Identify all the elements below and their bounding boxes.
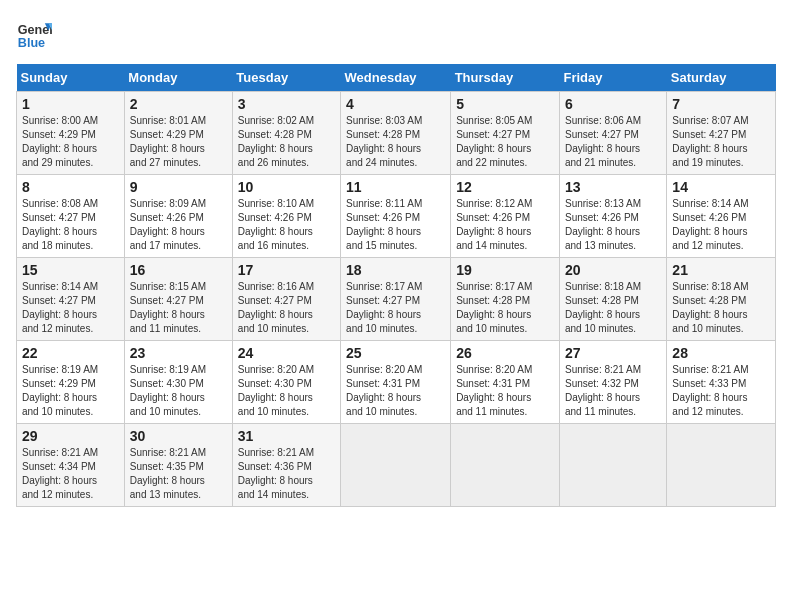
- header-day-friday: Friday: [559, 64, 666, 92]
- day-number: 24: [238, 345, 335, 361]
- calendar-cell: 17Sunrise: 8:16 AM Sunset: 4:27 PM Dayli…: [232, 258, 340, 341]
- day-number: 28: [672, 345, 770, 361]
- day-info: Sunrise: 8:17 AM Sunset: 4:28 PM Dayligh…: [456, 280, 554, 336]
- calendar-cell: 12Sunrise: 8:12 AM Sunset: 4:26 PM Dayli…: [451, 175, 560, 258]
- header-day-thursday: Thursday: [451, 64, 560, 92]
- calendar-cell: 15Sunrise: 8:14 AM Sunset: 4:27 PM Dayli…: [17, 258, 125, 341]
- day-number: 26: [456, 345, 554, 361]
- day-info: Sunrise: 8:16 AM Sunset: 4:27 PM Dayligh…: [238, 280, 335, 336]
- day-number: 7: [672, 96, 770, 112]
- day-number: 25: [346, 345, 445, 361]
- calendar-cell: 6Sunrise: 8:06 AM Sunset: 4:27 PM Daylig…: [559, 92, 666, 175]
- calendar-cell: 5Sunrise: 8:05 AM Sunset: 4:27 PM Daylig…: [451, 92, 560, 175]
- calendar-cell: 23Sunrise: 8:19 AM Sunset: 4:30 PM Dayli…: [124, 341, 232, 424]
- day-number: 2: [130, 96, 227, 112]
- day-info: Sunrise: 8:14 AM Sunset: 4:27 PM Dayligh…: [22, 280, 119, 336]
- week-row-2: 8Sunrise: 8:08 AM Sunset: 4:27 PM Daylig…: [17, 175, 776, 258]
- day-info: Sunrise: 8:19 AM Sunset: 4:30 PM Dayligh…: [130, 363, 227, 419]
- calendar-cell: 8Sunrise: 8:08 AM Sunset: 4:27 PM Daylig…: [17, 175, 125, 258]
- day-number: 11: [346, 179, 445, 195]
- day-number: 1: [22, 96, 119, 112]
- day-number: 22: [22, 345, 119, 361]
- day-number: 16: [130, 262, 227, 278]
- day-info: Sunrise: 8:19 AM Sunset: 4:29 PM Dayligh…: [22, 363, 119, 419]
- day-number: 19: [456, 262, 554, 278]
- day-info: Sunrise: 8:02 AM Sunset: 4:28 PM Dayligh…: [238, 114, 335, 170]
- day-number: 29: [22, 428, 119, 444]
- svg-text:Blue: Blue: [18, 36, 45, 50]
- calendar-cell: 30Sunrise: 8:21 AM Sunset: 4:35 PM Dayli…: [124, 424, 232, 507]
- calendar-cell: 3Sunrise: 8:02 AM Sunset: 4:28 PM Daylig…: [232, 92, 340, 175]
- logo: General Blue: [16, 16, 56, 52]
- header-day-sunday: Sunday: [17, 64, 125, 92]
- day-number: 4: [346, 96, 445, 112]
- day-number: 15: [22, 262, 119, 278]
- day-number: 31: [238, 428, 335, 444]
- day-info: Sunrise: 8:18 AM Sunset: 4:28 PM Dayligh…: [565, 280, 661, 336]
- day-info: Sunrise: 8:00 AM Sunset: 4:29 PM Dayligh…: [22, 114, 119, 170]
- calendar-cell: 13Sunrise: 8:13 AM Sunset: 4:26 PM Dayli…: [559, 175, 666, 258]
- day-number: 30: [130, 428, 227, 444]
- day-info: Sunrise: 8:20 AM Sunset: 4:31 PM Dayligh…: [456, 363, 554, 419]
- day-info: Sunrise: 8:01 AM Sunset: 4:29 PM Dayligh…: [130, 114, 227, 170]
- day-number: 10: [238, 179, 335, 195]
- day-number: 8: [22, 179, 119, 195]
- day-info: Sunrise: 8:10 AM Sunset: 4:26 PM Dayligh…: [238, 197, 335, 253]
- page-header: General Blue: [16, 16, 776, 52]
- calendar-cell: 29Sunrise: 8:21 AM Sunset: 4:34 PM Dayli…: [17, 424, 125, 507]
- day-info: Sunrise: 8:17 AM Sunset: 4:27 PM Dayligh…: [346, 280, 445, 336]
- day-info: Sunrise: 8:21 AM Sunset: 4:33 PM Dayligh…: [672, 363, 770, 419]
- day-info: Sunrise: 8:08 AM Sunset: 4:27 PM Dayligh…: [22, 197, 119, 253]
- week-row-3: 15Sunrise: 8:14 AM Sunset: 4:27 PM Dayli…: [17, 258, 776, 341]
- header-day-saturday: Saturday: [667, 64, 776, 92]
- day-info: Sunrise: 8:06 AM Sunset: 4:27 PM Dayligh…: [565, 114, 661, 170]
- calendar-cell: 10Sunrise: 8:10 AM Sunset: 4:26 PM Dayli…: [232, 175, 340, 258]
- calendar-cell: 25Sunrise: 8:20 AM Sunset: 4:31 PM Dayli…: [341, 341, 451, 424]
- day-number: 27: [565, 345, 661, 361]
- day-number: 20: [565, 262, 661, 278]
- calendar-cell: 19Sunrise: 8:17 AM Sunset: 4:28 PM Dayli…: [451, 258, 560, 341]
- day-number: 13: [565, 179, 661, 195]
- calendar-cell: 4Sunrise: 8:03 AM Sunset: 4:28 PM Daylig…: [341, 92, 451, 175]
- calendar-table: SundayMondayTuesdayWednesdayThursdayFrid…: [16, 64, 776, 507]
- logo-icon: General Blue: [16, 16, 52, 52]
- day-info: Sunrise: 8:21 AM Sunset: 4:34 PM Dayligh…: [22, 446, 119, 502]
- week-row-5: 29Sunrise: 8:21 AM Sunset: 4:34 PM Dayli…: [17, 424, 776, 507]
- calendar-cell: 2Sunrise: 8:01 AM Sunset: 4:29 PM Daylig…: [124, 92, 232, 175]
- calendar-cell: 27Sunrise: 8:21 AM Sunset: 4:32 PM Dayli…: [559, 341, 666, 424]
- calendar-cell: 1Sunrise: 8:00 AM Sunset: 4:29 PM Daylig…: [17, 92, 125, 175]
- day-info: Sunrise: 8:07 AM Sunset: 4:27 PM Dayligh…: [672, 114, 770, 170]
- day-info: Sunrise: 8:09 AM Sunset: 4:26 PM Dayligh…: [130, 197, 227, 253]
- calendar-cell: [667, 424, 776, 507]
- day-info: Sunrise: 8:21 AM Sunset: 4:35 PM Dayligh…: [130, 446, 227, 502]
- calendar-cell: 7Sunrise: 8:07 AM Sunset: 4:27 PM Daylig…: [667, 92, 776, 175]
- week-row-1: 1Sunrise: 8:00 AM Sunset: 4:29 PM Daylig…: [17, 92, 776, 175]
- header-day-monday: Monday: [124, 64, 232, 92]
- calendar-cell: 14Sunrise: 8:14 AM Sunset: 4:26 PM Dayli…: [667, 175, 776, 258]
- calendar-cell: 28Sunrise: 8:21 AM Sunset: 4:33 PM Dayli…: [667, 341, 776, 424]
- day-info: Sunrise: 8:20 AM Sunset: 4:31 PM Dayligh…: [346, 363, 445, 419]
- calendar-cell: [341, 424, 451, 507]
- day-info: Sunrise: 8:14 AM Sunset: 4:26 PM Dayligh…: [672, 197, 770, 253]
- calendar-cell: 16Sunrise: 8:15 AM Sunset: 4:27 PM Dayli…: [124, 258, 232, 341]
- week-row-4: 22Sunrise: 8:19 AM Sunset: 4:29 PM Dayli…: [17, 341, 776, 424]
- calendar-cell: 20Sunrise: 8:18 AM Sunset: 4:28 PM Dayli…: [559, 258, 666, 341]
- calendar-cell: 31Sunrise: 8:21 AM Sunset: 4:36 PM Dayli…: [232, 424, 340, 507]
- calendar-cell: 22Sunrise: 8:19 AM Sunset: 4:29 PM Dayli…: [17, 341, 125, 424]
- calendar-cell: 9Sunrise: 8:09 AM Sunset: 4:26 PM Daylig…: [124, 175, 232, 258]
- day-info: Sunrise: 8:13 AM Sunset: 4:26 PM Dayligh…: [565, 197, 661, 253]
- day-number: 6: [565, 96, 661, 112]
- day-number: 18: [346, 262, 445, 278]
- day-number: 9: [130, 179, 227, 195]
- calendar-cell: 11Sunrise: 8:11 AM Sunset: 4:26 PM Dayli…: [341, 175, 451, 258]
- header-day-tuesday: Tuesday: [232, 64, 340, 92]
- day-info: Sunrise: 8:21 AM Sunset: 4:32 PM Dayligh…: [565, 363, 661, 419]
- day-info: Sunrise: 8:18 AM Sunset: 4:28 PM Dayligh…: [672, 280, 770, 336]
- calendar-cell: [451, 424, 560, 507]
- calendar-cell: 21Sunrise: 8:18 AM Sunset: 4:28 PM Dayli…: [667, 258, 776, 341]
- calendar-cell: 26Sunrise: 8:20 AM Sunset: 4:31 PM Dayli…: [451, 341, 560, 424]
- calendar-cell: 18Sunrise: 8:17 AM Sunset: 4:27 PM Dayli…: [341, 258, 451, 341]
- day-info: Sunrise: 8:20 AM Sunset: 4:30 PM Dayligh…: [238, 363, 335, 419]
- day-number: 5: [456, 96, 554, 112]
- day-info: Sunrise: 8:21 AM Sunset: 4:36 PM Dayligh…: [238, 446, 335, 502]
